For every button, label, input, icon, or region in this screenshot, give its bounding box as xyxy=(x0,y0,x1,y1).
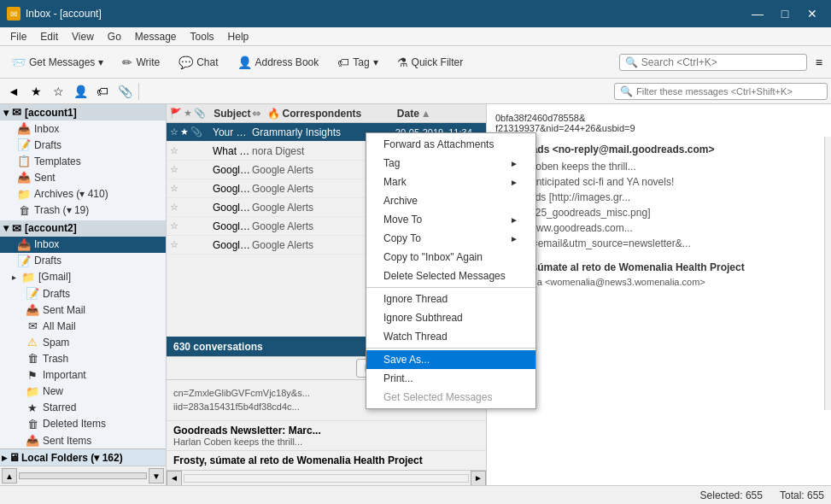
account1-header[interactable]: ▾ ✉ [account1] xyxy=(0,104,166,120)
minimize-button[interactable]: — xyxy=(746,4,770,23)
filter-messages-input[interactable] xyxy=(636,86,822,97)
sidebar-trash2-label: Trash xyxy=(43,353,159,365)
sidebar-item-drafts1[interactable]: 📝 Drafts xyxy=(0,137,166,153)
sidebar-scrollbar[interactable] xyxy=(19,472,147,479)
get-messages-button[interactable]: 📨 Get Messages ▾ xyxy=(3,51,111,73)
date-column-header[interactable]: Date ▲ xyxy=(394,108,483,120)
ctx-archive-label: Archive xyxy=(383,195,418,207)
correspondents-column-header[interactable]: 🔥 Correspondents xyxy=(264,108,393,120)
ctx-forward-as-attachments[interactable]: Forward as Attachments xyxy=(366,135,535,154)
ctx-save-as[interactable]: Save As... xyxy=(366,350,535,369)
ctx-copy-to-inbox-label: Copy to "Inbox" Again xyxy=(383,251,483,263)
sidebar-item-sent-items[interactable]: 📤 Sent Items xyxy=(0,432,166,448)
sidebar-item-trash2[interactable]: 🗑 Trash xyxy=(0,350,166,366)
sidebar-item-spam[interactable]: ⚠ Spam xyxy=(0,334,166,350)
star-filled-icon[interactable]: ★ xyxy=(26,81,46,102)
reading-womenalia-section: Frosty, súmate al reto de Womenalia Heal… xyxy=(495,261,822,287)
goodreads-from: Goodreads Newsletter: Marc... xyxy=(173,425,479,437)
local-folders-header[interactable]: ▸ 🖥 Local Folders (▾ 162) xyxy=(0,448,166,466)
back-icon[interactable]: ◄ xyxy=(3,81,24,102)
row6-subject: Google Alert - apple mail t... xyxy=(213,220,252,232)
reading-hash-section: 0bfa38f2460d78558& f21319937&nid=244+26&… xyxy=(495,113,822,133)
sidebar-item-sent-mail[interactable]: 📤 Sent Mail xyxy=(0,302,166,318)
ctx-print[interactable]: Print... xyxy=(366,369,535,388)
ctx-forward-as-attachments-label: Forward as Attachments xyxy=(383,138,494,150)
menu-help[interactable]: Help xyxy=(221,29,256,44)
menu-edit[interactable]: Edit xyxy=(33,29,65,44)
search-input[interactable] xyxy=(641,56,801,68)
reading-hash-1: 0bfa38f2460d78558& xyxy=(495,113,822,123)
sidebar-item-starred[interactable]: ★ Starred xyxy=(0,400,166,416)
get-messages-dropdown-icon[interactable]: ▾ xyxy=(98,56,103,68)
sidebar-item-new[interactable]: 📁 New xyxy=(0,384,166,400)
star-empty-icon[interactable]: ☆ xyxy=(48,81,68,102)
attachment-icon[interactable]: 📎 xyxy=(114,81,135,102)
menu-message[interactable]: Message xyxy=(128,29,184,44)
sidebar-item-drafts2[interactable]: 📝 Drafts xyxy=(0,253,166,269)
titlebar-left: ✉ Inbox - [account] xyxy=(7,7,102,21)
ctx-watch-thread[interactable]: Watch Thread xyxy=(366,327,535,346)
sidebar-item-deleted-items[interactable]: 🗑 Deleted Items xyxy=(0,416,166,432)
write-button[interactable]: ✏ Write xyxy=(114,51,167,73)
deleted-items-icon: 🗑 xyxy=(26,418,39,431)
subject-column-header[interactable]: Subject ⇔ xyxy=(210,108,264,120)
local-folders-inner: ▸ 🖥 Local Folders (▾ 162) xyxy=(2,451,162,464)
maximize-button[interactable]: □ xyxy=(773,4,797,23)
sidebar-item-gmail-drafts[interactable]: 📝 Drafts xyxy=(0,285,166,302)
hscroll-left[interactable]: ◄ xyxy=(167,471,182,486)
menu-tools[interactable]: Tools xyxy=(184,29,221,44)
address-book-button[interactable]: 👤 Address Book xyxy=(230,51,327,73)
row1-subject: Your Weekly Writing Stats + Get 40% Off … xyxy=(213,126,252,138)
row5-flag-icon: ☆ xyxy=(170,202,178,213)
sidebar-item-all-mail[interactable]: ✉ All Mail xyxy=(0,318,166,334)
ctx-delete-selected[interactable]: Delete Selected Messages xyxy=(366,267,535,285)
ctx-ignore-subthread[interactable]: Ignore Subthread xyxy=(366,308,535,327)
ctx-move-to[interactable]: Move To ► xyxy=(366,210,535,229)
menu-file[interactable]: File xyxy=(3,29,33,44)
titlebar: ✉ Inbox - [account] — □ ✕ xyxy=(0,0,831,27)
account2-header[interactable]: ▾ ✉ [account2] xyxy=(0,220,166,237)
ctx-mark[interactable]: Mark ► xyxy=(366,173,535,191)
ctx-copy-to[interactable]: Copy To ► xyxy=(366,229,535,248)
sidebar-scroll-nav: ▲ ▼ xyxy=(0,466,166,485)
ctx-get-selected-messages[interactable]: Get Selected Messages xyxy=(366,388,535,407)
sidebar: ▾ ✉ [account1] 📥 Inbox 📝 Drafts 📋 Templa… xyxy=(0,104,167,485)
hscroll-right[interactable]: ► xyxy=(471,471,486,486)
sidebar-item-inbox1[interactable]: 📥 Inbox xyxy=(0,120,166,137)
hscroll-track[interactable] xyxy=(184,474,469,483)
sidebar-important-label: Important xyxy=(43,369,159,381)
sidebar-item-important[interactable]: ⚑ Important xyxy=(0,367,166,384)
sidebar-item-templates[interactable]: 📋 Templates xyxy=(0,153,166,169)
womenalia-from: Frosty, súmate al reto de Womenalia Heal… xyxy=(173,454,479,466)
ctx-copy-to-inbox[interactable]: Copy to "Inbox" Again xyxy=(366,248,535,267)
row4-icons: ☆ xyxy=(170,183,213,194)
person-icon[interactable]: 👤 xyxy=(70,81,91,102)
sidebar-starred-label: Starred xyxy=(43,401,159,413)
menu-go[interactable]: Go xyxy=(101,29,128,44)
corr-col-label: Correspondents xyxy=(282,108,361,120)
close-button[interactable]: ✕ xyxy=(800,4,824,23)
menu-view[interactable]: View xyxy=(65,29,101,44)
sidebar-item-trash1[interactable]: 🗑 Trash (▾ 19) xyxy=(0,202,166,219)
ctx-tag[interactable]: Tag ► xyxy=(366,154,535,173)
ctx-ignore-thread[interactable]: Ignore Thread xyxy=(366,290,535,308)
ctx-archive[interactable]: Archive xyxy=(366,191,535,210)
label-icon[interactable]: 🏷 xyxy=(92,81,113,102)
sidebar-scroll-up[interactable]: ▲ xyxy=(2,468,17,483)
get-messages-icon: 📨 xyxy=(11,56,26,69)
gmail-icon: 📁 xyxy=(21,271,35,284)
tag-button[interactable]: 🏷 Tag ▾ xyxy=(330,51,385,73)
chat-button[interactable]: 💬 Chat xyxy=(171,51,225,73)
quick-filter-button[interactable]: ⚗ Quick Filter xyxy=(389,51,471,73)
reading-pane-scrollbar[interactable] xyxy=(824,137,831,410)
ctx-watch-thread-label: Watch Thread xyxy=(383,331,448,343)
gmail-drafts-icon: 📝 xyxy=(26,287,39,300)
sidebar-item-gmail[interactable]: ▸ 📁 [Gmail] xyxy=(0,269,166,285)
sidebar-item-sent1[interactable]: 📤 Sent xyxy=(0,169,166,185)
sidebar-scroll-down[interactable]: ▼ xyxy=(149,468,164,483)
sidebar-item-archives[interactable]: 📁 Archives (▾ 410) xyxy=(0,185,166,202)
toolbar-menu-button[interactable]: ≡ xyxy=(811,52,828,73)
sidebar-item-inbox2[interactable]: 📥 Inbox xyxy=(0,237,166,253)
ctx-tag-arrow: ► xyxy=(510,159,518,168)
tag-dropdown-icon[interactable]: ▾ xyxy=(373,56,378,68)
